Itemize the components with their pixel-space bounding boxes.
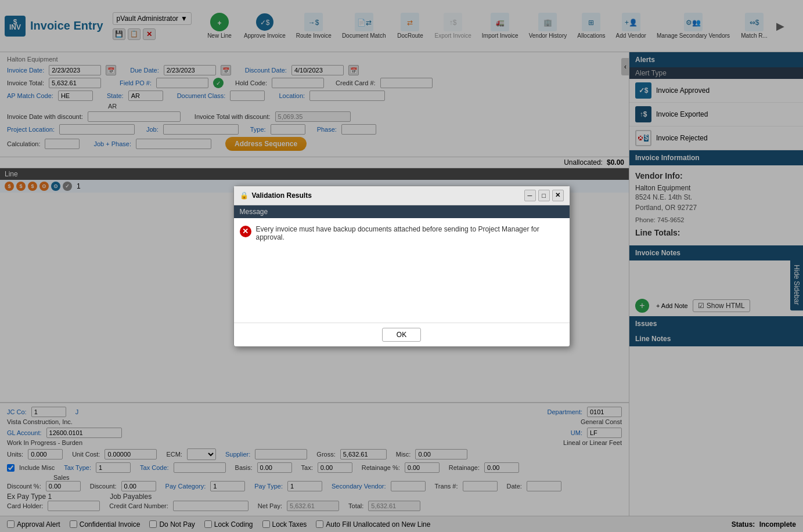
modal-minimize-button[interactable]: ─ bbox=[524, 190, 536, 201]
modal-controls: ─ □ ✕ bbox=[524, 190, 564, 201]
lock-icon: 🔒 bbox=[240, 191, 249, 200]
modal-close-button[interactable]: ✕ bbox=[552, 190, 564, 201]
modal-title: Validation Results bbox=[252, 191, 312, 200]
modal-body: ✕ Every invoice must have backup documen… bbox=[234, 218, 570, 323]
modal-col-header-label: Message bbox=[240, 208, 268, 216]
modal-error-message: Every invoice must have backup documents… bbox=[256, 225, 564, 241]
modal-column-header: Message bbox=[234, 205, 570, 218]
modal-footer: OK bbox=[234, 323, 570, 346]
validation-results-dialog: 🔒 Validation Results ─ □ ✕ Message ✕ Eve… bbox=[233, 186, 570, 347]
modal-title-bar: 🔒 Validation Results ─ □ ✕ bbox=[234, 186, 570, 205]
ok-button[interactable]: OK bbox=[382, 328, 421, 342]
modal-overlay: 🔒 Validation Results ─ □ ✕ Message ✕ Eve… bbox=[0, 0, 803, 532]
modal-maximize-button[interactable]: □ bbox=[538, 190, 550, 201]
modal-error-icon: ✕ bbox=[240, 226, 251, 237]
